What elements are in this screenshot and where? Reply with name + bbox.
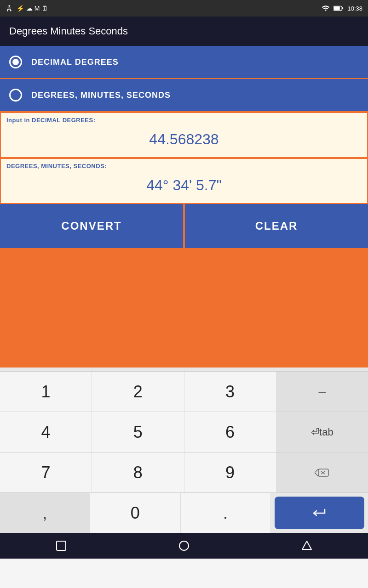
radio-circle-dms	[9, 89, 22, 102]
svg-point-0	[7, 10, 8, 11]
battery-icon	[334, 5, 344, 12]
key-1[interactable]: 1	[0, 372, 92, 412]
output-dms-value: 44° 34' 5.7"	[1, 171, 367, 203]
svg-point-7	[179, 541, 189, 550]
nav-recent-button[interactable]	[299, 537, 315, 554]
wifi-icon	[322, 4, 330, 12]
key-period[interactable]: .	[181, 493, 271, 533]
keyboard: 1 2 3 – 4 5 6 ⏎tab 7 8 9 , 0 .	[0, 368, 368, 533]
status-icons-text: ⚡ ☁ M 🗓	[17, 5, 48, 12]
orange-space	[0, 248, 368, 368]
key-7[interactable]: 7	[0, 452, 92, 492]
convert-button[interactable]: CONVERT	[0, 204, 185, 248]
output-dms-label: DEGREES, MINUTES, SECONDS:	[1, 159, 367, 171]
status-right-icons: 10:38	[322, 4, 362, 12]
radio-circle-decimal	[9, 56, 22, 68]
key-6[interactable]: 6	[184, 412, 276, 452]
radio-option-decimal[interactable]: DECIMAL DEGREES	[0, 46, 368, 79]
key-5[interactable]: 5	[92, 412, 184, 452]
status-left-icons: ⚡ ☁ M 🗓	[6, 5, 48, 12]
clear-button[interactable]: CLEAR	[185, 204, 368, 248]
radio-label-dms: DEGREES, MINUTES, SECONDS	[31, 90, 171, 100]
key-4[interactable]: 4	[0, 412, 92, 452]
time-display: 10:38	[347, 5, 362, 12]
usb-icon	[6, 5, 13, 12]
output-dms-panel: DEGREES, MINUTES, SECONDS: 44° 34' 5.7"	[0, 158, 368, 204]
nav-bar	[0, 533, 368, 559]
key-9[interactable]: 9	[184, 452, 276, 492]
key-enter[interactable]	[275, 497, 364, 529]
keyboard-row-1: 1 2 3 –	[0, 371, 368, 412]
title-bar: Degrees Minutes Seconds	[0, 17, 368, 46]
key-tab[interactable]: ⏎tab	[276, 412, 368, 452]
nav-back-button[interactable]	[53, 537, 69, 554]
svg-rect-3	[334, 6, 340, 10]
app-title: Degrees Minutes Seconds	[9, 25, 128, 37]
keyboard-row-3: 7 8 9	[0, 452, 368, 492]
key-0[interactable]: 0	[90, 493, 180, 533]
svg-point-1	[10, 10, 12, 11]
radio-label-decimal: DECIMAL DEGREES	[31, 57, 119, 67]
keyboard-row-4: , 0 .	[0, 492, 368, 533]
input-decimal-label: Input in DECIMAL DEGREES:	[1, 113, 367, 125]
key-backspace[interactable]	[276, 452, 368, 492]
key-minus[interactable]: –	[276, 372, 368, 412]
svg-rect-6	[57, 541, 66, 550]
action-buttons: CONVERT CLEAR	[0, 204, 368, 248]
key-comma[interactable]: ,	[0, 493, 90, 533]
radio-option-dms[interactable]: DEGREES, MINUTES, SECONDS	[0, 79, 368, 112]
main-content: DECIMAL DEGREES DEGREES, MINUTES, SECOND…	[0, 46, 368, 368]
key-8[interactable]: 8	[92, 452, 184, 492]
key-3[interactable]: 3	[184, 372, 276, 412]
keyboard-row-2: 4 5 6 ⏎tab	[0, 412, 368, 452]
key-2[interactable]: 2	[92, 372, 184, 412]
input-decimal-value[interactable]: 44.568238	[1, 125, 367, 157]
input-decimal-panel: Input in DECIMAL DEGREES: 44.568238	[0, 112, 368, 158]
status-bar: ⚡ ☁ M 🗓 10:38	[0, 0, 368, 17]
svg-rect-4	[342, 7, 344, 10]
nav-home-button[interactable]	[176, 537, 192, 554]
